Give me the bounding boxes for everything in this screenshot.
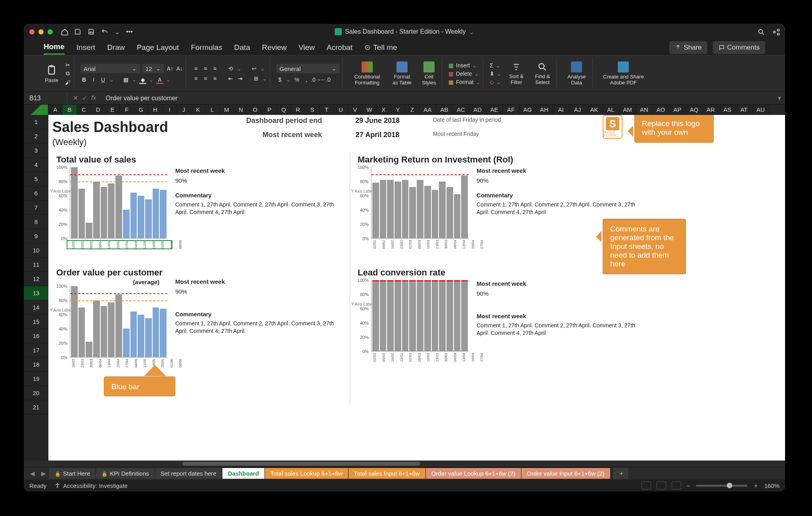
row-header[interactable]: 18: [24, 357, 48, 372]
save-icon[interactable]: [74, 28, 81, 35]
column-header[interactable]: U: [334, 105, 348, 115]
wrap-text-icon[interactable]: ↩: [251, 65, 258, 72]
column-header[interactable]: AU: [753, 105, 769, 115]
column-header[interactable]: AL: [603, 105, 619, 115]
column-header[interactable]: AR: [703, 105, 719, 115]
minimize-window-button[interactable]: [38, 29, 44, 34]
column-header[interactable]: V: [348, 105, 362, 115]
align-bottom-icon[interactable]: ≡: [211, 65, 218, 72]
scrollbar-thumb[interactable]: [182, 462, 420, 466]
row-header[interactable]: 2: [24, 129, 48, 143]
row-header[interactable]: 5: [24, 172, 48, 186]
column-header[interactable]: AO: [653, 105, 669, 115]
column-header[interactable]: AI: [553, 105, 569, 115]
align-right-icon[interactable]: ≡: [211, 75, 218, 82]
format-cells-button[interactable]: ▦Format⌄: [448, 79, 481, 85]
column-header[interactable]: AA: [419, 105, 436, 115]
add-sheet-button[interactable]: ＋: [613, 468, 629, 479]
sheet-tab[interactable]: KPI Definitions: [96, 468, 155, 479]
name-box[interactable]: B13: [24, 92, 67, 104]
tab-nav-next-icon[interactable]: ▶: [38, 470, 49, 477]
row-header[interactable]: 8: [24, 215, 48, 229]
select-all-corner[interactable]: [24, 105, 48, 115]
autosum-button[interactable]: Σ ⌄: [490, 62, 502, 69]
fill-button[interactable]: ⬇ ⌄: [490, 71, 502, 77]
status-accessibility[interactable]: Accessibility: Investigate: [54, 482, 128, 489]
row-header[interactable]: 17: [24, 343, 48, 357]
font-size-select[interactable]: 12⌄: [142, 64, 164, 73]
italic-button[interactable]: I: [90, 76, 97, 83]
qat-chevron[interactable]: ⌄: [115, 28, 120, 36]
zoom-in-button[interactable]: ＋: [753, 482, 759, 489]
increase-font-icon[interactable]: A↑: [167, 65, 174, 72]
column-header[interactable]: Q: [277, 105, 291, 115]
column-header[interactable]: AF: [503, 105, 519, 115]
sheet-tab[interactable]: Order value Input 6+1+6w (2): [521, 468, 611, 479]
horizontal-scrollbar[interactable]: [24, 461, 785, 467]
sheet-tab[interactable]: Total sales Input 6+1+6w: [349, 468, 426, 479]
row-header[interactable]: 14: [24, 300, 48, 315]
maximize-window-button[interactable]: [48, 29, 53, 34]
row-header[interactable]: 21: [24, 400, 48, 415]
row-header[interactable]: 16: [24, 329, 48, 343]
cancel-formula-icon[interactable]: ✕: [73, 94, 78, 102]
underline-button[interactable]: U: [100, 76, 107, 83]
sheet-tab[interactable]: Order value Lookup 6+1+6w (2): [426, 468, 521, 479]
row-header[interactable]: 7: [24, 201, 48, 215]
comma-icon[interactable]: ,: [303, 76, 310, 83]
tab-tellme[interactable]: Tell me: [364, 41, 397, 54]
adobe-pdf-button[interactable]: Create and Share Adobe PDF: [599, 60, 647, 87]
tab-view[interactable]: View: [299, 41, 315, 54]
font-color-button[interactable]: A: [156, 76, 163, 83]
tab-nav-prev-icon[interactable]: ◀: [27, 470, 38, 477]
normal-view-button[interactable]: [642, 482, 651, 489]
percent-icon[interactable]: %: [293, 76, 301, 83]
find-select-button[interactable]: Find & Select: [531, 60, 554, 87]
orientation-icon[interactable]: ⟲: [227, 65, 234, 72]
sheet-canvas[interactable]: Sales Dashboard (Weekly) Dashboard perio…: [48, 115, 785, 461]
column-header[interactable]: AN: [636, 105, 653, 115]
column-header[interactable]: K: [191, 105, 205, 115]
column-header[interactable]: AE: [486, 105, 503, 115]
column-header[interactable]: Z: [405, 105, 419, 115]
zoom-slider[interactable]: [696, 485, 747, 487]
column-header[interactable]: X: [377, 105, 391, 115]
row-header[interactable]: 15: [24, 315, 48, 329]
currency-icon[interactable]: $: [276, 76, 283, 83]
column-header[interactable]: N: [234, 105, 248, 115]
analyse-data-button[interactable]: Analyse Data: [563, 60, 590, 87]
close-window-button[interactable]: [29, 29, 34, 34]
column-header[interactable]: AD: [469, 105, 486, 115]
column-header[interactable]: AB: [436, 105, 453, 115]
font-name-select[interactable]: Arial⌄: [80, 64, 140, 73]
align-left-icon[interactable]: ≡: [192, 75, 199, 82]
row-header[interactable]: 13: [24, 286, 48, 300]
autosave-icon[interactable]: [88, 28, 95, 35]
share-options-icon[interactable]: [772, 28, 779, 35]
sheet-tab[interactable]: Start Here: [49, 468, 96, 479]
undo-icon[interactable]: [101, 28, 108, 35]
indent-increase-icon[interactable]: ⇥: [237, 75, 244, 82]
page-layout-view-button[interactable]: [657, 482, 666, 489]
row-header[interactable]: 3: [24, 143, 48, 158]
share-button[interactable]: Share: [669, 41, 707, 54]
insert-cells-button[interactable]: ▦Insert⌄: [448, 62, 481, 69]
column-header[interactable]: AQ: [686, 105, 703, 115]
tab-acrobat[interactable]: Acrobat: [327, 41, 352, 54]
clear-button[interactable]: ◇ ⌄: [490, 79, 502, 85]
column-header[interactable]: O: [248, 105, 262, 115]
row-header[interactable]: 20: [24, 386, 48, 400]
column-header[interactable]: F: [120, 105, 134, 115]
column-header[interactable]: E: [105, 105, 120, 115]
accept-formula-icon[interactable]: ✓: [82, 94, 87, 102]
format-as-table-button[interactable]: Format as Table: [389, 60, 416, 87]
column-header[interactable]: AK: [586, 105, 603, 115]
column-header[interactable]: AM: [619, 105, 636, 115]
row-header[interactable]: 10: [24, 243, 48, 258]
column-header[interactable]: I: [163, 105, 177, 115]
cut-icon[interactable]: ✂: [64, 61, 71, 69]
column-header[interactable]: J: [177, 105, 191, 115]
column-header[interactable]: B: [63, 105, 77, 115]
column-header[interactable]: AG: [519, 105, 536, 115]
tab-insert[interactable]: Insert: [77, 41, 96, 54]
